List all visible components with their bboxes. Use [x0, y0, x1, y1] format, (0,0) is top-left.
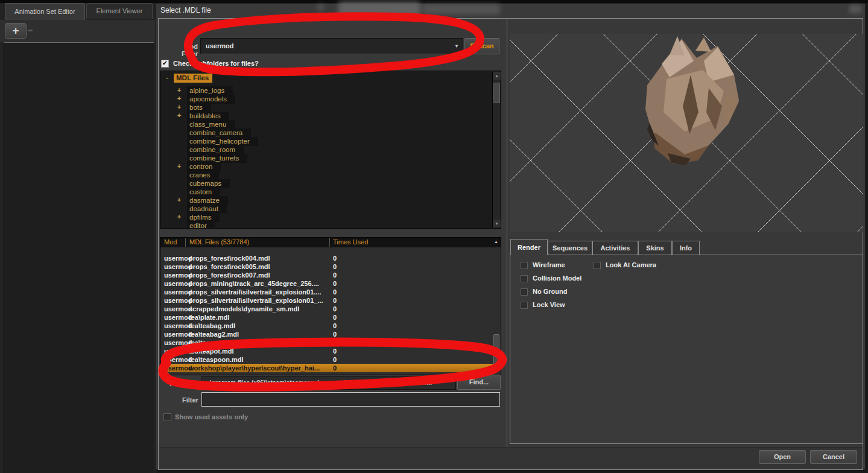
tab-element-viewer[interactable]: Element Viewer: [86, 3, 153, 19]
table-cell: 0: [333, 305, 337, 313]
table-row[interactable]: usermodworkshop\player\hyper\scout\hyper…: [160, 364, 493, 372]
column-header-mod[interactable]: Mod: [164, 238, 177, 246]
mdl-folder-tree[interactable]: -MDL Files+alpine_logs+apocmodels+bots+b…: [160, 71, 501, 229]
check-subfolders-checkbox[interactable]: ✔: [161, 60, 169, 68]
table-row[interactable]: usermodscrappedmodels\dynamite_sm.mdl0: [160, 305, 501, 313]
tab-animation-set-editor[interactable]: Animation Set Editor: [5, 3, 85, 20]
tree-scrollbar[interactable]: ▲ ▼: [492, 72, 500, 227]
tab-skins[interactable]: Skins: [638, 241, 672, 255]
column-header-files[interactable]: MDL Files (53/7784): [189, 238, 249, 246]
table-row[interactable]: usermodtea\teapot.mdl0: [160, 347, 501, 355]
tree-item-root[interactable]: MDL Files: [174, 74, 212, 83]
find-button[interactable]: Find...: [457, 375, 501, 390]
table-cell: usermod: [164, 288, 192, 296]
mod-filter-dropdown[interactable]: usermod ▼: [200, 38, 463, 54]
tree-item[interactable]: combine_turrets: [187, 154, 247, 163]
column-separator[interactable]: [185, 238, 186, 247]
table-cell: usermod: [164, 254, 192, 262]
sort-ascending-icon[interactable]: ▲: [494, 240, 498, 244]
model-preview-viewport[interactable]: [510, 34, 863, 232]
table-row[interactable]: usermodtea\teaspoon.mdl0: [160, 355, 501, 364]
table-cell: usermod: [164, 279, 192, 288]
table-row[interactable]: usermodprops_silvertrail\silvertrail_exp…: [160, 296, 501, 305]
animation-set-list-empty: [4, 42, 154, 473]
table-cell: usermod: [164, 330, 192, 338]
table-row[interactable]: usermodprops_forest\rock005.mdl0: [160, 262, 501, 271]
table-row[interactable]: usermodtea\teacup.mdl0: [160, 338, 501, 347]
tree-item[interactable]: dasmatze: [187, 196, 228, 205]
expand-icon[interactable]: +: [176, 162, 182, 170]
tree-item[interactable]: combine_helicopter: [187, 137, 258, 146]
tree-item[interactable]: editor: [187, 221, 215, 229]
tree-item[interactable]: combine_room: [187, 145, 244, 154]
tab-info[interactable]: Info: [672, 241, 700, 255]
table-scrollbar-thumb[interactable]: [493, 334, 499, 369]
tree-item[interactable]: bots: [187, 103, 211, 112]
table-row[interactable]: usermodtea\plate.mdl0: [160, 313, 501, 322]
no-ground-checkbox[interactable]: [521, 288, 528, 296]
mdl-file-table[interactable]: Mod MDL Files (53/7784) Times Used ▲ use…: [160, 237, 501, 375]
table-row[interactable]: usermodprops_mining\track_arc_45degree_2…: [160, 279, 501, 288]
tab-render[interactable]: Render: [510, 239, 548, 255]
expand-icon[interactable]: +: [176, 213, 182, 220]
show-used-assets-label: Show used assets only: [175, 413, 248, 421]
tree-item[interactable]: combine_camera: [187, 129, 251, 138]
scrollbar-thumb[interactable]: [493, 83, 500, 103]
render-option-label: Wireframe: [533, 261, 565, 268]
expand-icon[interactable]: +: [176, 103, 182, 110]
chevron-down-icon: ▼: [454, 43, 459, 49]
table-cell: tea\teaspoon.mdl: [189, 355, 243, 364]
table-cell: 0: [333, 279, 337, 288]
close-button-blurred[interactable]: [849, 5, 861, 13]
show-used-assets-checkbox[interactable]: [163, 413, 171, 421]
column-separator[interactable]: [329, 238, 330, 247]
table-header[interactable]: Mod MDL Files (53/7784) Times Used ▲: [160, 238, 501, 247]
tree-item[interactable]: class_menu: [187, 120, 235, 129]
tree-item[interactable]: cubemaps: [187, 179, 230, 188]
tree-item[interactable]: cranes: [187, 171, 219, 180]
scroll-down-icon[interactable]: ▼: [493, 220, 501, 227]
table-row[interactable]: usermodtea\teabag.mdl0: [160, 322, 501, 330]
tab-sequences[interactable]: Sequences: [548, 241, 592, 255]
tree-item[interactable]: apocmodels: [187, 95, 235, 104]
collapse-icon[interactable]: -: [164, 74, 170, 81]
tree-item[interactable]: buildables: [187, 112, 229, 121]
tree-item[interactable]: custom: [187, 188, 220, 197]
table-row[interactable]: usermodprops_forest\rock007.mdl0: [160, 271, 501, 279]
tree-item[interactable]: deadnaut: [187, 205, 227, 214]
table-row[interactable]: usermodtea\teabag2.mdl0: [160, 330, 501, 338]
table-cell: usermod: [164, 305, 192, 313]
look-at-camera-checkbox[interactable]: [594, 262, 601, 269]
wireframe-checkbox[interactable]: [521, 262, 528, 269]
open-button[interactable]: Open: [759, 450, 806, 464]
rescan-button[interactable]: Rescan: [464, 38, 499, 54]
scroll-up-icon[interactable]: ▲: [493, 72, 501, 80]
blurred-dot: [318, 4, 324, 10]
table-cell: props_forest\rock004.mdl: [189, 254, 270, 262]
table-row[interactable]: usermodprops_silvertrail\silvertrail_exp…: [160, 288, 501, 296]
expand-icon[interactable]: +: [176, 95, 182, 102]
table-cell: usermod: [164, 313, 192, 322]
tree-item[interactable]: contron: [187, 162, 221, 171]
splitter-grip[interactable]: [28, 30, 33, 31]
table-row[interactable]: usermodprops_forest\rock004.mdl0: [160, 254, 501, 262]
table-cell: props_mining\track_arc_45degree_256....: [189, 279, 319, 288]
full-path-field[interactable]: c:\program files (x86)\steam\steamapps\c…: [201, 376, 456, 390]
expand-icon[interactable]: +: [176, 112, 182, 119]
collision-model-checkbox[interactable]: [521, 275, 528, 282]
tree-item[interactable]: dpfilms: [187, 213, 220, 222]
mod-filter-value: usermod: [206, 42, 233, 49]
add-animation-set-button[interactable]: +: [5, 23, 27, 39]
expand-icon[interactable]: +: [176, 86, 182, 94]
tree-item[interactable]: alpine_logs: [187, 86, 233, 95]
expand-icon[interactable]: +: [176, 196, 182, 203]
model-preview: [510, 34, 863, 232]
column-header-times-used[interactable]: Times Used: [333, 238, 368, 246]
table-cell: usermod: [164, 322, 192, 330]
table-cell: 0: [333, 271, 337, 279]
filter-input[interactable]: [201, 392, 500, 407]
tab-activities[interactable]: Activities: [592, 241, 638, 255]
cancel-button[interactable]: Cancel: [810, 450, 857, 464]
render-tab-panel: [510, 255, 863, 444]
lock-view-checkbox[interactable]: [521, 302, 528, 309]
